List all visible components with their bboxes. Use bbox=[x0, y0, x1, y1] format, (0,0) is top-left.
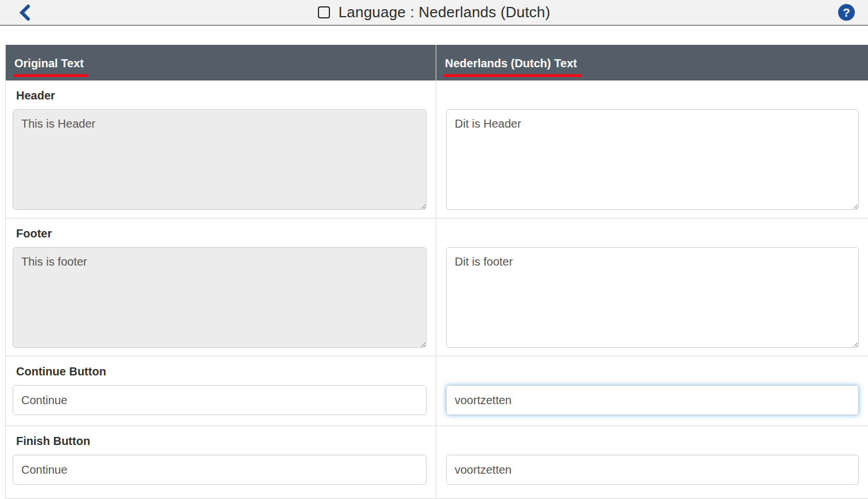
page-title-group: Language : Nederlands (Dutch) bbox=[318, 3, 551, 21]
translation-finish-input[interactable] bbox=[446, 455, 859, 485]
original-finish-input bbox=[13, 455, 427, 485]
top-bar: Language : Nederlands (Dutch) ? bbox=[0, 0, 868, 26]
label-spacer bbox=[446, 433, 859, 449]
table-header-row: Original Text Nederlands (Dutch) Text bbox=[6, 45, 868, 80]
translation-cell: Dit is Header bbox=[436, 80, 868, 218]
field-label: Finish Button bbox=[13, 433, 427, 449]
translation-cell bbox=[436, 356, 868, 425]
help-icon[interactable]: ? bbox=[838, 4, 855, 21]
original-footer-textarea: This is footer bbox=[13, 247, 427, 348]
original-cell: Header This is Header bbox=[6, 80, 436, 218]
column-header-translation: Nederlands (Dutch) Text bbox=[436, 45, 868, 80]
page-title: Language : Nederlands (Dutch) bbox=[339, 3, 551, 21]
translation-footer-textarea[interactable]: Dit is footer bbox=[446, 247, 859, 348]
original-cell: Finish Button bbox=[6, 426, 436, 498]
original-header-textarea: This is Header bbox=[13, 109, 427, 210]
field-label: Footer bbox=[13, 225, 427, 241]
row-footer: Footer This is footer Dit is footer bbox=[6, 218, 868, 356]
translation-continue-input[interactable] bbox=[446, 385, 859, 415]
translation-table: Original Text Nederlands (Dutch) Text He… bbox=[5, 45, 868, 499]
chevron-left-icon bbox=[18, 4, 31, 23]
translation-header-textarea[interactable]: Dit is Header bbox=[446, 109, 859, 210]
language-checkbox[interactable] bbox=[318, 6, 330, 18]
label-spacer bbox=[446, 87, 859, 103]
original-cell: Continue Button bbox=[6, 356, 436, 425]
label-spacer bbox=[446, 225, 859, 241]
label-spacer bbox=[446, 363, 859, 379]
original-continue-input bbox=[13, 385, 427, 415]
field-label: Continue Button bbox=[13, 363, 427, 379]
column-header-original-label: Original Text bbox=[13, 57, 89, 77]
row-header: Header This is Header Dit is Header bbox=[6, 80, 868, 218]
row-finish-button: Finish Button bbox=[6, 426, 868, 499]
translation-cell: Dit is footer bbox=[436, 218, 868, 356]
translation-cell bbox=[436, 426, 868, 498]
column-header-original: Original Text bbox=[6, 45, 436, 80]
field-label: Header bbox=[13, 87, 427, 103]
column-header-translation-label: Nederlands (Dutch) Text bbox=[444, 57, 582, 77]
original-cell: Footer This is footer bbox=[6, 218, 436, 356]
back-button[interactable] bbox=[15, 3, 34, 23]
row-continue-button: Continue Button bbox=[6, 356, 868, 426]
